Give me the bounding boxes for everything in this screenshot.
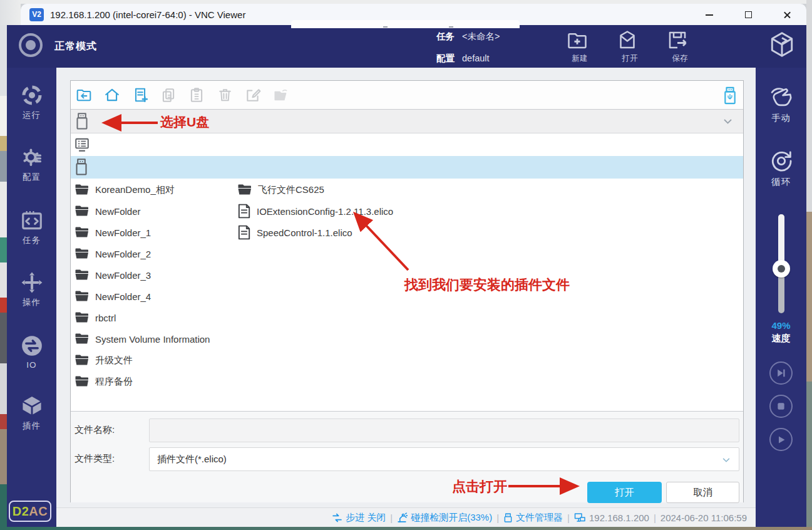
plugin-cube-icon	[20, 394, 44, 418]
save-task-button[interactable]: 保存	[666, 29, 694, 64]
file-row[interactable]: NewFolder_2	[75, 244, 151, 264]
task-code-icon	[20, 209, 44, 232]
left-sidebar: 运行 配置 任务	[7, 68, 56, 527]
mode-indicator-dot	[26, 40, 36, 50]
vnc-toolbar-notch[interactable]	[291, 20, 520, 28]
ip-address: 192.168.1.200	[589, 512, 649, 523]
rename-button[interactable]	[245, 86, 261, 104]
usb-drive-selected-icon	[75, 112, 90, 131]
drive-option-computer[interactable]	[71, 133, 743, 156]
badge-part2: AC	[29, 504, 48, 519]
file-row[interactable]: NewFolder	[75, 201, 141, 221]
paste-button[interactable]	[188, 86, 205, 104]
drive-option-usb[interactable]	[71, 156, 743, 179]
desktop-edge-bottom	[0, 527, 812, 530]
copy-button[interactable]	[160, 86, 177, 104]
dialog-form: 文件名称: 文件类型: 插件文件(*.elico) 打开 取消	[71, 411, 743, 502]
sidebar-item-run[interactable]: 运行	[7, 83, 56, 121]
file-row[interactable]: 程序备份	[75, 372, 133, 392]
file-row[interactable]: 飞行文件CS625	[237, 180, 324, 200]
status-separator: |	[496, 512, 499, 523]
file-name: NewFolder_1	[95, 227, 151, 238]
screen: V2 192.168.1.200 (intel-corei7-64:0) - V…	[0, 0, 812, 530]
file-name: NewFolder_3	[95, 270, 151, 281]
file-row[interactable]: NewFolder_3	[75, 265, 151, 285]
file-manager-status[interactable]: 文件管理器	[503, 512, 563, 524]
config-value: default	[462, 53, 490, 63]
io-swap-icon	[20, 334, 44, 358]
usb-drive-toolbar-icon[interactable]	[723, 86, 737, 105]
task-value: <未命名>	[462, 31, 500, 41]
file-row[interactable]: System Volume Information	[75, 329, 210, 349]
file-toolbar	[71, 81, 743, 110]
task-row: 任务<未命名>	[436, 31, 500, 43]
file-type-select[interactable]: 插件文件(*.elico)	[149, 447, 739, 471]
computer-icon	[74, 137, 90, 153]
file-row[interactable]: SpeedControl-1.1.elico	[237, 222, 352, 242]
sidebar-item-config[interactable]: 配置	[7, 145, 56, 183]
delete-button[interactable]	[217, 86, 233, 104]
open-task-icon	[616, 29, 644, 51]
file-name: 升级文件	[95, 355, 133, 366]
step-mode-text: 步进 关闭	[346, 512, 386, 524]
desktop-edge-left	[0, 25, 7, 530]
robot-model-badge: D2AC	[9, 501, 51, 522]
stop-button[interactable]	[769, 395, 793, 418]
skip-to-end-icon	[776, 368, 786, 378]
collision-text: 碰撞检测开启(33%)	[411, 512, 492, 524]
home-button[interactable]	[104, 86, 120, 104]
file-row[interactable]: IOExtensionConfig-1.2.11.3.elico	[237, 201, 393, 221]
chevron-down-icon	[722, 458, 730, 462]
minimize-button[interactable]	[704, 9, 715, 20]
annotation-select-usb: 选择U盘	[160, 113, 209, 131]
loop-mode-button[interactable]: 循环	[756, 148, 806, 188]
sidebar-item-io[interactable]: IO	[7, 334, 56, 370]
sidebar-item-task[interactable]: 任务	[7, 209, 56, 246]
status-separator: |	[567, 512, 570, 523]
sidebar-jog-label: 操作	[23, 297, 41, 308]
step-mode-icon	[332, 512, 342, 523]
sidebar-config-label: 配置	[23, 172, 41, 183]
speed-label: 速度	[756, 333, 806, 345]
file-name: KoreanDemo_相对	[95, 184, 175, 196]
manual-hand-icon	[769, 85, 794, 110]
open-folder-button[interactable]	[273, 86, 289, 104]
file-name: NewFolder	[95, 206, 141, 217]
manual-label: 手动	[771, 112, 791, 124]
folder-back-button[interactable]	[76, 86, 92, 104]
file-name-input[interactable]	[149, 418, 739, 442]
jog-move-icon	[20, 271, 44, 294]
file-row[interactable]: NewFolder_4	[75, 286, 151, 306]
play-button[interactable]	[769, 428, 793, 451]
maximize-button[interactable]	[743, 9, 754, 20]
sidebar-item-jog[interactable]: 操作	[7, 271, 56, 308]
new-task-icon	[566, 29, 594, 51]
sidebar-io-label: IO	[26, 360, 36, 370]
file-name: 飞行文件CS625	[258, 184, 324, 196]
sidebar-item-plugin[interactable]: 插件	[7, 394, 56, 432]
speed-slider-thumb[interactable]	[773, 260, 790, 278]
cancel-button[interactable]: 取消	[666, 482, 739, 503]
close-button[interactable]	[781, 9, 793, 20]
new-file-button[interactable]	[132, 86, 148, 104]
file-row[interactable]: 升级文件	[75, 350, 133, 370]
run-target-icon	[20, 83, 44, 107]
step-to-end-button[interactable]	[769, 361, 793, 385]
annotation-find-plugin: 找到我们要安装的插件文件	[404, 276, 570, 294]
step-mode-status[interactable]: 步进 关闭	[332, 512, 386, 524]
annotation-click-open: 点击打开	[452, 477, 507, 496]
open-task-label: 打开	[616, 53, 644, 64]
play-icon	[776, 435, 786, 445]
file-name: 程序备份	[95, 376, 133, 388]
datetime: 2024-06-20 11:06:59	[660, 512, 747, 523]
manual-mode-button[interactable]: 手动	[756, 85, 806, 124]
open-button[interactable]: 打开	[587, 482, 662, 503]
collision-status[interactable]: 碰撞检测开启(33%)	[397, 512, 492, 524]
badge-part1: D2	[13, 504, 29, 519]
sidebar-plugin-label: 插件	[23, 420, 41, 432]
file-row[interactable]: rbctrl	[75, 308, 116, 328]
open-task-button[interactable]: 打开	[616, 29, 644, 64]
file-row[interactable]: KoreanDemo_相对	[75, 180, 175, 200]
new-task-button[interactable]: 新建	[566, 29, 594, 64]
file-row[interactable]: NewFolder_1	[75, 222, 151, 242]
